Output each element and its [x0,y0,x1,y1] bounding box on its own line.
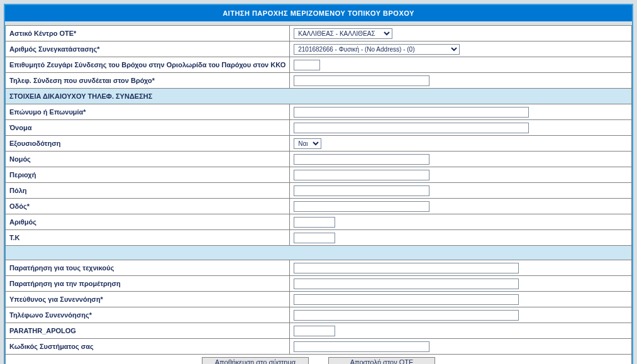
label-street: Οδός* [6,199,290,214]
form-table: Αστικό Κέντρο ΟΤΕ* ΚΑΛΛΙΘΕΑΣ - ΚΑΛΛΙΘΕΑΣ… [5,25,632,355]
form-panel: ΑΙΤΗΣΗ ΠΑΡΟΧΗΣ ΜΕΡΙΖΟΜΕΝΟΥ ΤΟΠΙΚΟΥ ΒΡΟΧΟ… [4,4,633,364]
contact-phone-input[interactable] [294,310,519,321]
label-number: Αριθμός [6,214,290,230]
note-tech-input[interactable] [294,263,519,273]
zip-input[interactable] [294,233,335,243]
label-contact-phone: Τηλέφωνο Συνεννόησης* [6,307,290,323]
section-holder-header: ΣΤΟΙΧΕΙΑ ΔΙΚΑΙΟΥΧΟΥ ΤΗΛΕΦ. ΣΥΝΔΕΣΗΣ [6,89,632,104]
street-input[interactable] [294,201,429,212]
note-pre-input[interactable] [294,279,519,289]
label-pair: Επιθυμητό Ζευγάρι Σύνδεσης του Βρόχου στ… [6,57,290,73]
label-prefecture: Νομός [6,152,290,167]
label-conum: Αριθμός Συνεγκατάστασης* [6,41,290,57]
label-syscode: Κωδικός Συστήματος σας [6,339,290,355]
label-area: Περιοχή [6,167,290,183]
label-zip: Τ.Κ [6,230,290,246]
send-button[interactable]: Αποστολή στον ΟΤΕ [328,357,435,364]
phoneconn-input[interactable] [294,75,429,86]
pair-input[interactable] [294,60,320,70]
blank-section-row [6,246,632,260]
label-auth: Εξουσιοδότηση [6,136,290,152]
label-contact-person: Υπεύθυνος για Συνεννόηση* [6,292,290,307]
surname-input[interactable] [294,107,529,118]
label-note-tech: Παρατήρηση για τους τεχνικούς [6,260,290,276]
label-center: Αστικό Κέντρο ΟΤΕ* [6,26,290,41]
contact-person-input[interactable] [294,294,519,305]
prefecture-input[interactable] [294,154,429,165]
label-phoneconn: Τηλεφ. Σύνδεση που συνδέεται στον Βρόχο* [6,73,290,89]
label-city: Πόλη [6,183,290,199]
number-input[interactable] [294,217,335,228]
parathr-input[interactable] [294,326,335,336]
conum-select[interactable]: 2101682666 - Φυσική - (No Address) - (0) [294,44,460,55]
city-input[interactable] [294,185,429,196]
label-name: Όνομα [6,120,290,136]
save-button[interactable]: Αποθήκευση στο σύστημα [202,357,309,364]
page-title: ΑΙΤΗΣΗ ΠΑΡΟΧΗΣ ΜΕΡΙΖΟΜΕΝΟΥ ΤΟΠΙΚΟΥ ΒΡΟΧΟ… [5,5,632,21]
label-parathr: PARATHR_APOLOG [6,323,290,339]
label-surname: Επώνυμο ή Επωνυμία* [6,104,290,120]
center-select[interactable]: ΚΑΛΛΙΘΕΑΣ - ΚΑΛΛΙΘΕΑΣ [294,28,392,39]
syscode-input[interactable] [294,341,429,352]
name-input[interactable] [294,123,529,133]
label-note-pre: Παρατήρηση για την προμέτρηση [6,276,290,292]
button-bar: Αποθήκευση στο σύστημα Αποστολή στον ΟΤΕ [5,355,632,364]
area-input[interactable] [294,170,429,180]
auth-select[interactable]: Ναι [294,138,321,149]
